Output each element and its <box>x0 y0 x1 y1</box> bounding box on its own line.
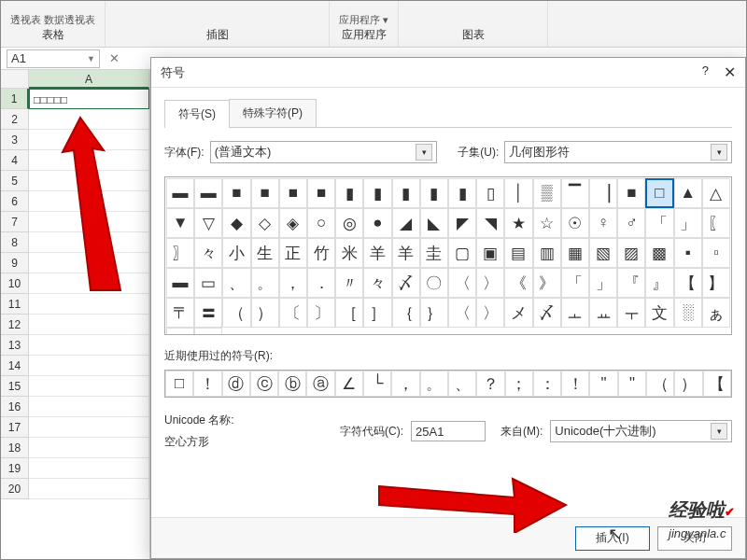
symbol-cell[interactable]: ▥ <box>533 238 561 268</box>
fx-icon[interactable]: ✕ <box>100 51 128 65</box>
symbol-cell[interactable]: ▔ <box>561 178 589 208</box>
symbol-cell[interactable]: ▣ <box>476 238 504 268</box>
symbol-cell[interactable]: ■ <box>279 178 307 208</box>
chevron-down-icon[interactable]: ▾ <box>711 423 727 440</box>
symbol-cell[interactable]: ▮ <box>335 178 363 208</box>
cell[interactable] <box>29 273 149 294</box>
symbol-cell[interactable]: ぃ <box>194 328 222 335</box>
recent-symbol[interactable]: （ <box>646 371 674 397</box>
recent-symbol[interactable]: ∠ <box>335 371 363 397</box>
symbol-cell[interactable]: 。 <box>251 268 279 298</box>
symbol-cell[interactable]: 竹 <box>307 238 335 268</box>
symbol-cell[interactable]: 〕 <box>307 298 335 328</box>
symbol-cell[interactable]: ◆ <box>222 208 250 238</box>
symbol-cell[interactable]: ▼ <box>166 208 194 238</box>
symbol-cell[interactable]: 》 <box>533 268 561 298</box>
symbol-cell[interactable]: 〒 <box>166 298 194 328</box>
symbol-cell[interactable]: □ <box>645 178 673 208</box>
symbol-cell[interactable]: ♀ <box>589 208 617 238</box>
cell[interactable] <box>29 109 149 130</box>
column-header-a[interactable]: A <box>29 70 149 89</box>
symbol-cell[interactable]: 」 <box>674 208 702 238</box>
symbol-cell[interactable]: 、 <box>222 268 250 298</box>
symbol-cell[interactable]: ▲ <box>674 178 702 208</box>
from-combo[interactable]: Unicode(十六进制) ▾ <box>550 420 732 442</box>
symbol-cell[interactable]: 『 <box>617 268 645 298</box>
symbol-cell[interactable]: ○ <box>307 208 335 238</box>
symbol-cell[interactable]: 〆 <box>533 298 561 328</box>
recent-symbol[interactable]: 、 <box>448 371 476 397</box>
symbol-cell[interactable]: 々 <box>363 268 391 298</box>
cell[interactable] <box>29 356 149 376</box>
symbol-cell[interactable]: 〓 <box>194 298 222 328</box>
symbol-cell[interactable]: ◥ <box>476 208 504 238</box>
recent-symbol[interactable]: ⓒ <box>250 371 278 397</box>
symbol-cell[interactable]: ■ <box>222 178 250 208</box>
row-header[interactable]: 10 <box>1 273 29 294</box>
symbol-cell[interactable]: 〉 <box>476 298 504 328</box>
symbol-cell[interactable]: ▢ <box>448 238 476 268</box>
symbol-cell[interactable]: ◣ <box>420 208 448 238</box>
ribbon-group-tables[interactable]: 透视表 数据透视表 表格 <box>1 1 106 47</box>
recent-symbol[interactable]: ） <box>674 371 702 397</box>
symbol-cell[interactable]: ■ <box>251 178 279 208</box>
row-header[interactable]: 5 <box>1 171 29 191</box>
chevron-down-icon[interactable]: ▾ <box>711 144 727 161</box>
symbol-cell[interactable]: ▭ <box>194 268 222 298</box>
name-box[interactable]: A1 ▼ <box>7 49 100 68</box>
ribbon-group-charts[interactable]: 图表 <box>399 1 548 47</box>
chevron-down-icon[interactable]: ▼ <box>87 54 95 63</box>
symbol-cell[interactable]: ▧ <box>589 238 617 268</box>
tab-special-chars[interactable]: 特殊字符(P) <box>229 99 317 127</box>
symbol-cell[interactable]: メ <box>504 298 532 328</box>
symbol-cell[interactable]: 〈 <box>448 298 476 328</box>
symbol-cell[interactable]: ］ <box>363 298 391 328</box>
symbol-cell[interactable]: │ <box>504 178 532 208</box>
help-icon[interactable]: ? <box>702 63 709 81</box>
symbol-cell[interactable]: ◢ <box>392 208 420 238</box>
cell[interactable] <box>29 335 149 356</box>
charcode-input[interactable] <box>411 421 486 441</box>
row-header[interactable]: 7 <box>1 212 29 232</box>
symbol-cell[interactable]: ▨ <box>617 238 645 268</box>
cell[interactable] <box>29 397 149 417</box>
recent-symbol[interactable]: ！ <box>561 371 589 397</box>
symbol-cell[interactable]: 〈 <box>448 268 476 298</box>
recent-symbol[interactable]: └ <box>363 371 391 397</box>
symbol-cell[interactable]: ▦ <box>561 238 589 268</box>
symbol-cell[interactable]: ◤ <box>448 208 476 238</box>
recent-symbol[interactable]: " <box>618 371 646 397</box>
row-header[interactable]: 19 <box>1 458 29 479</box>
close-icon[interactable]: ✕ <box>724 63 736 81</box>
symbol-cell[interactable]: 』 <box>645 268 673 298</box>
cell[interactable] <box>29 171 149 191</box>
symbol-cell[interactable]: ◎ <box>335 208 363 238</box>
row-header[interactable]: 14 <box>1 356 29 376</box>
symbol-cell[interactable]: 」 <box>589 268 617 298</box>
row-header[interactable]: 12 <box>1 315 29 335</box>
cell[interactable] <box>29 458 149 479</box>
symbol-cell[interactable]: ㅛ <box>589 298 617 328</box>
recent-symbol[interactable]: ⓐ <box>306 371 334 397</box>
symbol-cell[interactable]: ● <box>363 208 391 238</box>
cell[interactable] <box>29 232 149 253</box>
recent-symbol[interactable]: ⓓ <box>222 371 250 397</box>
symbol-cell[interactable]: ▒ <box>533 178 561 208</box>
cell[interactable] <box>29 212 149 232</box>
row-header[interactable]: 6 <box>1 191 29 212</box>
row-header[interactable]: 20 <box>1 479 29 499</box>
symbol-cell[interactable]: 圭 <box>420 238 448 268</box>
cell[interactable] <box>29 294 149 315</box>
symbol-cell[interactable]: 〖 <box>702 208 730 238</box>
symbol-cell[interactable]: ☆ <box>533 208 561 238</box>
row-header[interactable]: 8 <box>1 232 29 253</box>
symbol-cell[interactable]: ） <box>251 298 279 328</box>
symbol-cell[interactable]: ▮ <box>420 178 448 208</box>
symbol-cell[interactable]: ． <box>307 268 335 298</box>
row-header[interactable]: 17 <box>1 417 29 438</box>
symbol-cell[interactable]: 々 <box>194 238 222 268</box>
recent-symbol[interactable]: ⓑ <box>278 371 306 397</box>
symbol-cell[interactable]: ㅗ <box>561 298 589 328</box>
symbol-cell[interactable]: 〃 <box>335 268 363 298</box>
symbol-cell[interactable]: 生 <box>251 238 279 268</box>
